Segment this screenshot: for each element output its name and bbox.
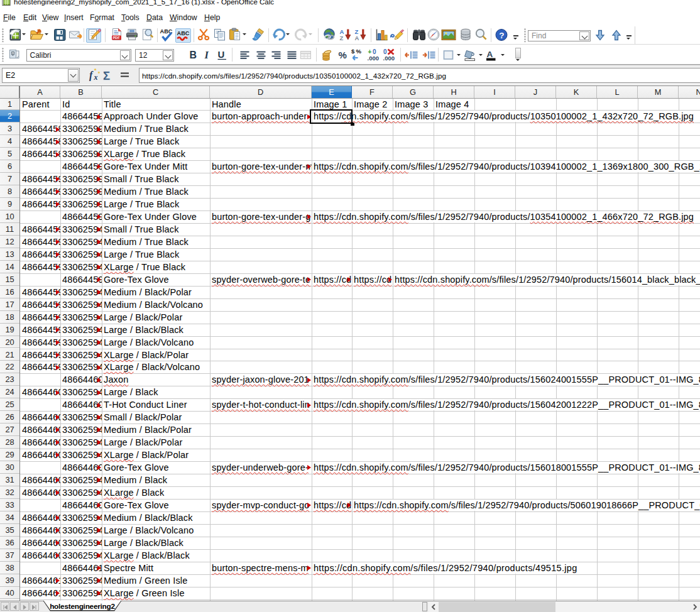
svg-text:ABC: ABC xyxy=(177,30,190,36)
svg-text:?: ? xyxy=(499,31,504,40)
svg-text:B: B xyxy=(190,50,197,60)
svg-text:$: $ xyxy=(351,48,355,55)
svg-text:+: + xyxy=(368,48,372,55)
svg-text:x: x xyxy=(94,73,98,82)
svg-text:f: f xyxy=(89,70,94,81)
svg-text:U: U xyxy=(218,49,225,60)
svg-text:Σ: Σ xyxy=(103,69,110,82)
svg-text:PDF: PDF xyxy=(112,36,120,40)
svg-text:A: A xyxy=(355,35,359,41)
svg-text:%: % xyxy=(356,48,362,55)
svg-text:A: A xyxy=(487,50,493,59)
svg-text:I: I xyxy=(204,49,209,61)
svg-text:.000: .000 xyxy=(383,55,395,62)
svg-text:Z: Z xyxy=(340,35,344,41)
svg-text:%: % xyxy=(339,50,347,60)
svg-text:.000: .000 xyxy=(368,55,380,62)
